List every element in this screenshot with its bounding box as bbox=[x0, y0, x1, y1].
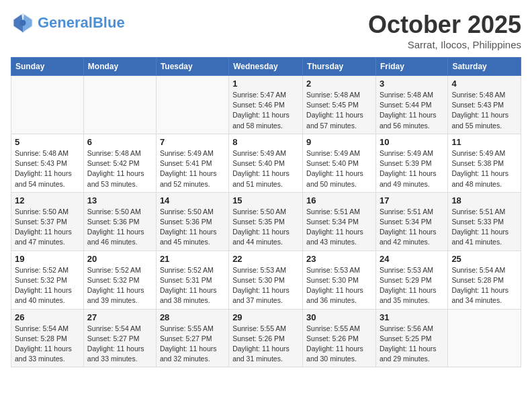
day-number: 10 bbox=[380, 137, 444, 147]
cell-text: Sunrise: 5:47 AMSunset: 5:46 PMDaylight:… bbox=[232, 90, 299, 131]
week-row-3: 12Sunrise: 5:50 AMSunset: 5:37 PMDayligh… bbox=[11, 192, 521, 250]
calendar-cell: 9Sunrise: 5:49 AMSunset: 5:40 PMDaylight… bbox=[303, 134, 376, 192]
day-number: 30 bbox=[306, 312, 372, 322]
page-header: GeneralBlue October 2025 Sarrat, Ilocos,… bbox=[11, 11, 521, 50]
calendar-cell: 29Sunrise: 5:55 AMSunset: 5:26 PMDayligh… bbox=[229, 309, 303, 367]
day-number: 6 bbox=[87, 137, 152, 147]
cell-text: Sunrise: 5:51 AMSunset: 5:33 PMDaylight:… bbox=[451, 207, 517, 248]
day-number: 22 bbox=[232, 254, 299, 264]
cell-text: Sunrise: 5:48 AMSunset: 5:44 PMDaylight:… bbox=[380, 90, 444, 131]
month-title: October 2025 bbox=[368, 11, 521, 39]
week-row-5: 26Sunrise: 5:54 AMSunset: 5:28 PMDayligh… bbox=[11, 309, 521, 367]
calendar-cell bbox=[83, 76, 156, 134]
day-number: 31 bbox=[380, 312, 444, 322]
logo-line1: General bbox=[38, 14, 93, 31]
calendar-cell: 27Sunrise: 5:54 AMSunset: 5:27 PMDayligh… bbox=[83, 309, 156, 367]
day-number: 16 bbox=[306, 195, 372, 205]
calendar-cell: 8Sunrise: 5:49 AMSunset: 5:40 PMDaylight… bbox=[229, 134, 303, 192]
cell-text: Sunrise: 5:51 AMSunset: 5:34 PMDaylight:… bbox=[380, 207, 444, 248]
day-number: 9 bbox=[306, 137, 372, 147]
weekday-header-sunday: Sunday bbox=[11, 58, 84, 76]
weekday-header-wednesday: Wednesday bbox=[229, 58, 303, 76]
week-row-4: 19Sunrise: 5:52 AMSunset: 5:32 PMDayligh… bbox=[11, 250, 521, 309]
cell-text: Sunrise: 5:48 AMSunset: 5:43 PMDaylight:… bbox=[451, 90, 517, 131]
week-row-2: 5Sunrise: 5:48 AMSunset: 5:43 PMDaylight… bbox=[11, 134, 521, 192]
calendar-table: SundayMondayTuesdayWednesdayThursdayFrid… bbox=[11, 57, 521, 367]
cell-text: Sunrise: 5:48 AMSunset: 5:45 PMDaylight:… bbox=[306, 90, 372, 131]
calendar-cell: 21Sunrise: 5:52 AMSunset: 5:31 PMDayligh… bbox=[156, 250, 228, 309]
day-number: 2 bbox=[306, 79, 372, 89]
calendar-cell: 3Sunrise: 5:48 AMSunset: 5:44 PMDaylight… bbox=[375, 76, 447, 134]
day-number: 15 bbox=[232, 195, 299, 205]
day-number: 12 bbox=[15, 195, 80, 205]
day-number: 25 bbox=[451, 254, 517, 264]
calendar-cell: 7Sunrise: 5:49 AMSunset: 5:41 PMDaylight… bbox=[156, 134, 228, 192]
cell-text: Sunrise: 5:53 AMSunset: 5:30 PMDaylight:… bbox=[306, 265, 372, 306]
calendar-cell: 10Sunrise: 5:49 AMSunset: 5:39 PMDayligh… bbox=[375, 134, 447, 192]
cell-text: Sunrise: 5:50 AMSunset: 5:37 PMDaylight:… bbox=[15, 207, 80, 248]
weekday-header-saturday: Saturday bbox=[448, 58, 521, 76]
cell-text: Sunrise: 5:48 AMSunset: 5:43 PMDaylight:… bbox=[15, 148, 80, 189]
calendar-cell: 11Sunrise: 5:49 AMSunset: 5:38 PMDayligh… bbox=[448, 134, 521, 192]
cell-text: Sunrise: 5:56 AMSunset: 5:25 PMDaylight:… bbox=[380, 324, 444, 365]
logo-icon bbox=[11, 11, 35, 35]
logo: GeneralBlue bbox=[11, 11, 125, 35]
calendar-cell: 5Sunrise: 5:48 AMSunset: 5:43 PMDaylight… bbox=[11, 134, 84, 192]
day-number: 21 bbox=[160, 254, 225, 264]
cell-text: Sunrise: 5:54 AMSunset: 5:28 PMDaylight:… bbox=[451, 265, 517, 306]
logo-text: GeneralBlue bbox=[38, 15, 125, 31]
calendar-cell: 17Sunrise: 5:51 AMSunset: 5:34 PMDayligh… bbox=[375, 192, 447, 250]
day-number: 4 bbox=[451, 79, 517, 89]
day-number: 26 bbox=[15, 312, 80, 322]
cell-text: Sunrise: 5:48 AMSunset: 5:42 PMDaylight:… bbox=[87, 148, 152, 189]
weekday-header-monday: Monday bbox=[83, 58, 156, 76]
calendar-cell bbox=[448, 309, 521, 367]
calendar-cell bbox=[156, 76, 228, 134]
day-number: 8 bbox=[232, 137, 299, 147]
calendar-cell: 30Sunrise: 5:55 AMSunset: 5:26 PMDayligh… bbox=[303, 309, 376, 367]
calendar-cell: 24Sunrise: 5:53 AMSunset: 5:29 PMDayligh… bbox=[375, 250, 447, 309]
day-number: 17 bbox=[380, 195, 444, 205]
day-number: 3 bbox=[380, 79, 444, 89]
cell-text: Sunrise: 5:52 AMSunset: 5:31 PMDaylight:… bbox=[160, 265, 225, 306]
calendar-cell: 20Sunrise: 5:52 AMSunset: 5:32 PMDayligh… bbox=[83, 250, 156, 309]
cell-text: Sunrise: 5:54 AMSunset: 5:28 PMDaylight:… bbox=[15, 324, 80, 365]
day-number: 29 bbox=[232, 312, 299, 322]
day-number: 23 bbox=[306, 254, 372, 264]
day-number: 13 bbox=[87, 195, 152, 205]
day-number: 20 bbox=[87, 254, 152, 264]
cell-text: Sunrise: 5:51 AMSunset: 5:34 PMDaylight:… bbox=[306, 207, 372, 248]
day-number: 27 bbox=[87, 312, 152, 322]
calendar-cell: 6Sunrise: 5:48 AMSunset: 5:42 PMDaylight… bbox=[83, 134, 156, 192]
cell-text: Sunrise: 5:55 AMSunset: 5:26 PMDaylight:… bbox=[232, 324, 299, 365]
cell-text: Sunrise: 5:49 AMSunset: 5:40 PMDaylight:… bbox=[232, 148, 299, 189]
calendar-cell: 22Sunrise: 5:53 AMSunset: 5:30 PMDayligh… bbox=[229, 250, 303, 309]
week-row-1: 1Sunrise: 5:47 AMSunset: 5:46 PMDaylight… bbox=[11, 76, 521, 134]
calendar-cell: 4Sunrise: 5:48 AMSunset: 5:43 PMDaylight… bbox=[448, 76, 521, 134]
weekday-header-row: SundayMondayTuesdayWednesdayThursdayFrid… bbox=[11, 58, 521, 76]
cell-text: Sunrise: 5:49 AMSunset: 5:38 PMDaylight:… bbox=[451, 148, 517, 189]
logo-line2: Blue bbox=[93, 14, 125, 31]
calendar-cell: 31Sunrise: 5:56 AMSunset: 5:25 PMDayligh… bbox=[375, 309, 447, 367]
calendar-cell: 23Sunrise: 5:53 AMSunset: 5:30 PMDayligh… bbox=[303, 250, 376, 309]
calendar-cell: 18Sunrise: 5:51 AMSunset: 5:33 PMDayligh… bbox=[448, 192, 521, 250]
day-number: 11 bbox=[451, 137, 517, 147]
cell-text: Sunrise: 5:55 AMSunset: 5:27 PMDaylight:… bbox=[160, 324, 225, 365]
day-number: 5 bbox=[15, 137, 80, 147]
cell-text: Sunrise: 5:52 AMSunset: 5:32 PMDaylight:… bbox=[15, 265, 80, 306]
cell-text: Sunrise: 5:49 AMSunset: 5:41 PMDaylight:… bbox=[160, 148, 225, 189]
day-number: 19 bbox=[15, 254, 80, 264]
cell-text: Sunrise: 5:55 AMSunset: 5:26 PMDaylight:… bbox=[306, 324, 372, 365]
cell-text: Sunrise: 5:53 AMSunset: 5:29 PMDaylight:… bbox=[380, 265, 444, 306]
cell-text: Sunrise: 5:53 AMSunset: 5:30 PMDaylight:… bbox=[232, 265, 299, 306]
calendar-cell: 2Sunrise: 5:48 AMSunset: 5:45 PMDaylight… bbox=[303, 76, 376, 134]
day-number: 24 bbox=[380, 254, 444, 264]
calendar-cell: 25Sunrise: 5:54 AMSunset: 5:28 PMDayligh… bbox=[448, 250, 521, 309]
day-number: 7 bbox=[160, 137, 225, 147]
weekday-header-tuesday: Tuesday bbox=[156, 58, 228, 76]
calendar-cell: 19Sunrise: 5:52 AMSunset: 5:32 PMDayligh… bbox=[11, 250, 84, 309]
cell-text: Sunrise: 5:54 AMSunset: 5:27 PMDaylight:… bbox=[87, 324, 152, 365]
cell-text: Sunrise: 5:49 AMSunset: 5:39 PMDaylight:… bbox=[380, 148, 444, 189]
cell-text: Sunrise: 5:50 AMSunset: 5:36 PMDaylight:… bbox=[87, 207, 152, 248]
title-block: October 2025 Sarrat, Ilocos, Philippines bbox=[368, 11, 521, 50]
